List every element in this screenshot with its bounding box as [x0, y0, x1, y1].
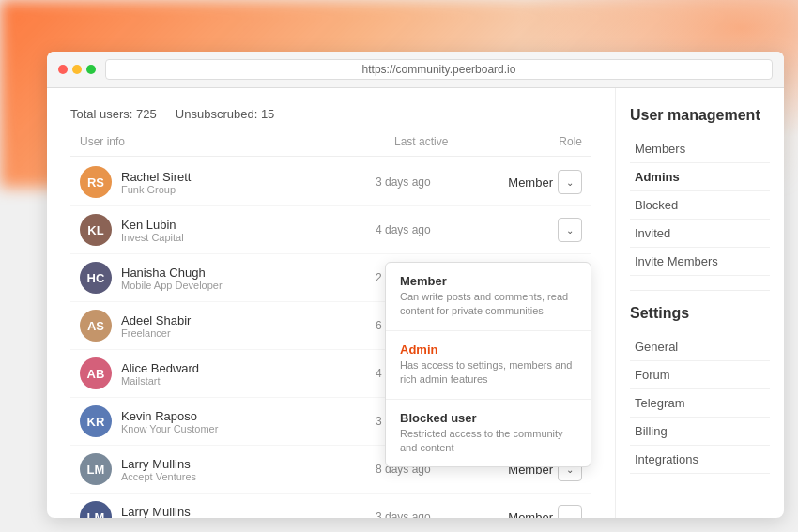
role-cell: Member ⌄: [488, 170, 582, 194]
sidebar-item-billing[interactable]: Billing: [630, 418, 770, 446]
unsubscribed-stat: Unsubscrubed: 15: [176, 107, 275, 121]
window-controls: [58, 65, 96, 74]
role-dropdown-popup: Member Can write posts and comments, rea…: [385, 262, 591, 467]
user-management-title: User management: [630, 107, 770, 124]
dropdown-option-blocked[interactable]: Blocked user Restricted access to the co…: [386, 400, 591, 467]
sidebar-item-members[interactable]: Members: [630, 135, 770, 163]
settings-nav: GeneralForumTelegramBillingIntegrations: [630, 333, 770, 474]
avatar: HC: [80, 262, 112, 294]
last-active-cell: 3 days ago: [376, 175, 488, 189]
option-admin-desc: Has access to settings, members and rich…: [400, 358, 576, 388]
table-row: KL Ken Lubin Invest Capital 4 days ago ⌄: [70, 206, 591, 254]
user-name: Ken Lubin: [121, 218, 184, 232]
main-content: Total users: 725 Unsubscrubed: 15 User i…: [47, 88, 615, 518]
user-name: Adeel Shabir: [121, 313, 191, 327]
avatar: AB: [80, 357, 112, 389]
avatar: LM: [80, 453, 112, 485]
user-company: Mailstart: [121, 375, 199, 387]
url-bar[interactable]: https://community.peerboard.io: [105, 59, 773, 80]
browser-content: Total users: 725 Unsubscrubed: 15 User i…: [47, 88, 784, 518]
user-info-cell: RS Rachel Sirett Funk Group: [80, 166, 376, 198]
col-user-info: User info: [80, 135, 394, 148]
sidebar: User management MembersAdminsBlockedInvi…: [615, 88, 784, 518]
table-header: User info Last active Role: [70, 135, 591, 157]
close-button[interactable]: [58, 65, 68, 74]
total-users-stat: Total users: 725: [70, 107, 157, 121]
option-member-desc: Can write posts and comments, read conte…: [400, 290, 576, 319]
user-name: Larry Mullins: [121, 505, 218, 519]
option-blocked-desc: Restricted access to the community and c…: [400, 427, 576, 456]
role-dropdown-btn[interactable]: ⌄: [558, 218, 582, 242]
user-company: Accept Ventures: [121, 471, 196, 482]
option-member-title: Member: [400, 274, 576, 288]
avatar: KL: [80, 214, 112, 246]
minimize-button[interactable]: [72, 65, 82, 74]
user-name: Kevin Raposo: [121, 409, 218, 423]
sidebar-item-general[interactable]: General: [630, 333, 770, 361]
user-name: Rachel Sirett: [121, 170, 191, 184]
user-info-cell: LM Larry Mullins Know Your Customer: [80, 501, 376, 518]
role-dropdown-btn[interactable]: ⌄: [558, 505, 582, 518]
col-last-active: Last active: [394, 135, 507, 148]
user-info-cell: AS Adeel Shabir Freelancer: [80, 310, 376, 342]
user-info-cell: HC Hanisha Chugh Mobile App Developer: [80, 262, 376, 294]
user-name: Alice Bedward: [121, 361, 199, 375]
browser-toolbar: https://community.peerboard.io: [47, 52, 784, 88]
user-company: Freelancer: [121, 327, 191, 339]
sidebar-item-blocked[interactable]: Blocked: [630, 191, 770, 220]
role-cell: ⌄: [488, 218, 582, 242]
user-info-cell: KR Kevin Raposo Know Your Customer: [80, 405, 376, 437]
settings-title: Settings: [630, 305, 770, 322]
table-row: LM Larry Mullins Know Your Customer 3 da…: [70, 494, 591, 518]
option-admin-title: Admin: [400, 342, 576, 357]
avatar: KR: [80, 405, 112, 437]
dropdown-option-member[interactable]: Member Can write posts and comments, rea…: [386, 263, 591, 331]
user-company: Invest Capital: [121, 232, 184, 243]
sidebar-item-invite-members[interactable]: Invite Members: [630, 248, 770, 276]
sidebar-item-forum[interactable]: Forum: [630, 361, 770, 389]
sidebar-item-telegram[interactable]: Telegram: [630, 389, 770, 418]
user-company: Know Your Customer: [121, 423, 218, 434]
maximize-button[interactable]: [86, 65, 96, 74]
user-info-cell: AB Alice Bedward Mailstart: [80, 357, 376, 389]
role-label: Member: [508, 510, 553, 519]
last-active-cell: 3 days ago: [376, 510, 488, 518]
avatar: RS: [80, 166, 112, 198]
user-company: Mobile App Developer: [121, 280, 223, 291]
last-active-cell: 4 days ago: [376, 223, 488, 236]
option-blocked-title: Blocked user: [400, 411, 576, 425]
role-dropdown-btn[interactable]: ⌄: [558, 170, 582, 194]
stats-bar: Total users: 725 Unsubscrubed: 15: [70, 107, 591, 121]
user-info-cell: LM Larry Mullins Accept Ventures: [80, 453, 376, 485]
user-info-cell: KL Ken Lubin Invest Capital: [80, 214, 376, 246]
avatar: LM: [80, 501, 112, 518]
sidebar-item-invited[interactable]: Invited: [630, 220, 770, 248]
sidebar-item-integrations[interactable]: Integrations: [630, 446, 770, 474]
user-name: Hanisha Chugh: [121, 266, 223, 280]
role-label: Member: [508, 175, 553, 190]
browser-window: https://community.peerboard.io Total use…: [47, 52, 784, 518]
table-row: RS Rachel Sirett Funk Group 3 days ago M…: [70, 159, 591, 206]
user-company: Funk Group: [121, 184, 191, 195]
sidebar-divider: [630, 290, 770, 291]
sidebar-item-admins[interactable]: Admins: [630, 163, 770, 191]
col-role: Role: [507, 135, 582, 148]
user-management-nav: MembersAdminsBlockedInvitedInvite Member…: [630, 135, 770, 276]
user-name: Larry Mullins: [121, 457, 196, 471]
dropdown-option-admin[interactable]: Admin Has access to settings, members an…: [386, 331, 591, 400]
role-cell: Member ⌄: [488, 505, 582, 518]
avatar: AS: [80, 310, 112, 342]
